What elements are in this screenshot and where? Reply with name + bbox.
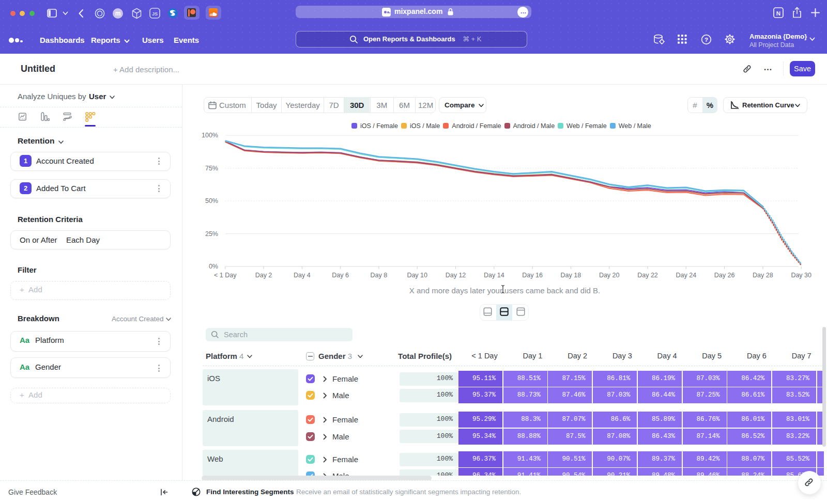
- svg-text:25%: 25%: [205, 230, 218, 238]
- svg-text:Day 8: Day 8: [371, 272, 388, 279]
- svg-text:Day 14: Day 14: [484, 272, 504, 279]
- svg-text:Day 4: Day 4: [294, 272, 311, 279]
- svg-text:?: ?: [705, 37, 708, 43]
- svg-text:< 1 Day: < 1 Day: [214, 272, 237, 279]
- svg-text:Day 2: Day 2: [255, 272, 272, 279]
- svg-text:Day 20: Day 20: [599, 272, 620, 279]
- svg-text:50%: 50%: [205, 197, 218, 204]
- svg-text:100%: 100%: [202, 132, 218, 139]
- svg-text:N: N: [776, 10, 780, 17]
- svg-text:75%: 75%: [205, 165, 218, 172]
- svg-text:Day 12: Day 12: [446, 272, 466, 279]
- svg-text:Day 16: Day 16: [522, 272, 543, 279]
- svg-text:Day 22: Day 22: [637, 272, 658, 279]
- svg-text:0%: 0%: [209, 263, 218, 270]
- svg-text:JS: JS: [152, 11, 158, 17]
- svg-text:Day 24: Day 24: [676, 272, 696, 279]
- svg-text:Day 10: Day 10: [407, 272, 427, 279]
- svg-text:Day 30: Day 30: [791, 272, 811, 279]
- svg-text:Day 28: Day 28: [753, 272, 773, 279]
- svg-text:Day 26: Day 26: [714, 272, 735, 279]
- svg-text:Day 18: Day 18: [561, 272, 581, 279]
- svg-text:Day 6: Day 6: [332, 272, 349, 279]
